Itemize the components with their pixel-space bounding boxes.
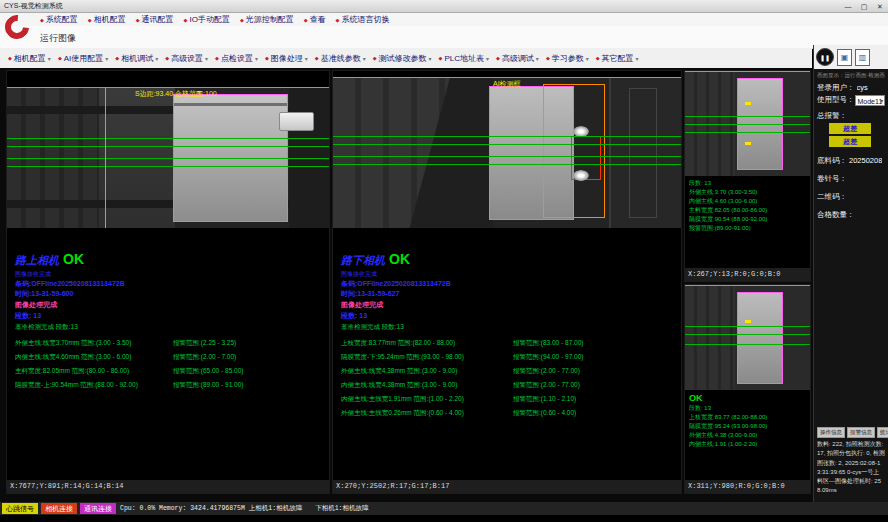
field-label: 卷针号： [817,173,847,185]
measure-value: 内侧主线:主线宽1.91mm 范围:(1.00 - 2.20) [341,392,513,406]
model-select[interactable]: Mode11 [855,95,886,106]
menu-item[interactable]: 相机配置 [88,14,126,25]
marker-dot [745,102,751,105]
tab-run-image[interactable]: 运行图像 [40,32,76,45]
receive-status: 图像接收完成 [341,270,679,279]
camera-name: 路上相机 [15,253,59,268]
menu-item[interactable]: 通讯配置 [136,14,174,25]
measure-line [685,334,810,335]
toolbar-item[interactable]: 基准线参数 [315,53,366,64]
tab-strip: 运行图像 [0,26,888,49]
toolbar: 相机配置AI使用配置相机调试高级设置点检设置图像处理基准线参数测试修改参数PLC… [0,48,812,69]
camera-image-right[interactable]: AI检测框 [333,77,681,228]
pause-button[interactable] [816,48,834,66]
info-tab[interactable]: 统计信息 [877,427,888,438]
close-button[interactable]: ✕ [872,1,888,12]
toolbar-item[interactable]: 学习参数 [546,53,589,64]
result-panel-small-top: 段数: 13外侧主线:3.70 (3.00-3.50)内侧主线:4.60 (3.… [689,179,808,233]
measure-line-text: 主料宽度:82.05 (80.00-86.00) [689,206,808,215]
camera-view-small-bottom[interactable]: OK 段数: 13上枝宽度:83.77 (82.00-88.00)隔膜宽度:95… [684,284,811,494]
menu-item[interactable]: 光源控制配置 [240,14,294,25]
measure-line-text: 内侧主线:1.91 (1.00-2.20) [689,440,808,449]
measure-line [333,144,681,145]
alarm-range: 报警范围:(94.00 - 97.00) [513,350,679,364]
maximize-button[interactable]: ▢ [856,1,872,12]
sidebar: ▣ ▥ 画面显示：运行画面·检测画面 登录用户： cys 使用型号： Mode1… [813,45,888,502]
segment-count: 段数: 13 [15,310,327,321]
toolbar-item[interactable]: 高级调试 [496,53,539,64]
edge-marker-line [105,88,106,228]
toolbar-item[interactable]: 其它配置 [596,53,639,64]
status-badge: 相机连接 [41,503,77,514]
info-tabs: 操作信息报警信息统计信息 [817,427,885,438]
info-tab[interactable]: 操作信息 [817,427,845,438]
field-label: 二维码： [817,191,847,203]
camera-snapshot-button[interactable]: ▣ [837,49,852,66]
marker-dot [745,320,751,323]
measure-value: 内侧主线:线宽4.60mm 范围:(3.00 - 6.00) [15,350,173,364]
measure-line [7,166,329,167]
menu-item[interactable]: 系统语言切换 [336,14,390,25]
menu-item[interactable]: 查看 [304,14,326,25]
machine-shadow [393,78,493,228]
measure-rows: 外侧主线:线宽3.70mm 范围:(3.00 - 3.50) 报警范围:(2.2… [15,336,327,392]
camera-image-left[interactable]: S边距:93.40 合格范围:100 [7,87,329,228]
model-row: 使用型号： Mode11 [817,94,885,106]
toolbar-item[interactable]: 测试修改参数 [373,53,432,64]
time-text: 时间:13-31-59-627 [341,289,679,299]
menu-bar: 系统配置相机配置通讯配置IO手动配置光源控制配置查看系统语言切换 [0,13,888,26]
camera-image-small-top[interactable] [685,71,810,176]
measure-line-text: 隔膜宽度:90.54 (88.00-92.00) [689,215,808,224]
window-title: CYS-视觉检测系统 [4,1,63,11]
receive-status: 图像接收完成 [15,270,327,279]
alarm-range: 报警范围:(65.00 - 85.00) [173,364,327,378]
measure-line [685,344,810,345]
toolbar-item[interactable]: PLC地址表 [439,53,489,64]
ok-status: OK [63,251,84,267]
measure-line-text: 内侧主线:4.60 (3.00-6.00) [689,197,808,206]
tab-connector [279,112,314,131]
camera-image-small-bottom[interactable] [685,285,810,390]
measure-line [7,146,329,147]
measure-line-text: 隔膜宽度:95.24 (93.00-98.00) [689,422,808,431]
toolbar-item[interactable]: 相机配置 [8,53,51,64]
camera-view-right[interactable]: AI检测框 路下相机 OK 图像接收完成 条码:OFFline202502081… [332,70,682,494]
sidebar-spacer [817,227,885,427]
toolbar-item[interactable]: AI使用配置 [58,53,108,64]
alarm-range: 报警范围:(0.60 - 4.00) [513,406,679,420]
pixel-coords-right: X:270;Y:2502;R:17;G:17;B:17 [333,479,681,493]
measure-overlay-label: S边距:93.40 合格范围:100 [135,89,217,99]
menu-item[interactable]: 系统配置 [40,14,78,25]
measure-value: 主料宽度:82.05mm 范围:(80.00 - 86.00) [15,364,173,378]
device-monitor-button[interactable]: ▥ [855,49,870,66]
login-label: 登录用户： [817,82,855,94]
result-panel-right: 路下相机 OK 图像接收完成 条码:OFFline202502081331347… [341,251,679,420]
camera-view-small-top[interactable]: 段数: 13外侧主线:3.70 (3.00-3.50)内侧主线:4.60 (3.… [684,70,811,282]
field-row: 底料码： 20250208 [817,155,885,167]
measure-line-text: 报警范围:(89.00-91.00) [689,224,808,233]
ai-box-label: AI检测框 [493,79,521,89]
alarm-total-label: 总报警： [817,110,885,121]
alarm-range: 报警范围:(1.10 - 2.10) [513,392,679,406]
measure-value: 隔膜宽度-上:90.54mm 范围:(88.00 - 92.00) [15,378,173,392]
minimize-button[interactable]: — [840,1,856,12]
measure-value: 外侧主线:线宽3.70mm 范围:(3.00 - 3.50) [15,336,173,350]
measure-row: 主料宽度:82.05mm 范围:(80.00 - 86.00) 报警范围:(65… [15,364,327,378]
toolbar-item[interactable]: 图像处理 [265,53,308,64]
toolbar-item[interactable]: 点检设置 [215,53,258,64]
toolbar-item[interactable]: 相机调试 [115,53,158,64]
info-tab[interactable]: 报警信息 [847,427,875,438]
cpu-memory-text: Cpu: 0.0% Memory: 3424.41796875M [120,505,245,512]
barcode-text: 条码:OFFline2025020813313472B [15,279,327,289]
measure-rows: 上枝宽度:83.77mm 范围:(82.00 - 88.00) 报警范围:(83… [341,336,679,420]
camera-view-left[interactable]: S边距:93.40 合格范围:100 路上相机 OK 图像接收完成 条码:OFF… [6,70,330,494]
camera-name: 路下相机 [341,253,385,268]
measure-row: 内侧主线:线宽4.38mm 范围:(3.00 - 9.00) 报警范围:(2.0… [341,378,679,392]
calibration-line [217,87,287,88]
alarm-range: 报警范围:(2.00 - 77.00) [513,378,679,392]
process-status: 图像处理完成 [15,299,327,310]
menu-item[interactable]: IO手动配置 [184,14,230,25]
measure-lines: 段数: 13上枝宽度:83.77 (82.00-88.00)隔膜宽度:95.24… [689,404,808,449]
field-label: 底料码： [817,155,847,167]
toolbar-item[interactable]: 高级设置 [165,53,208,64]
